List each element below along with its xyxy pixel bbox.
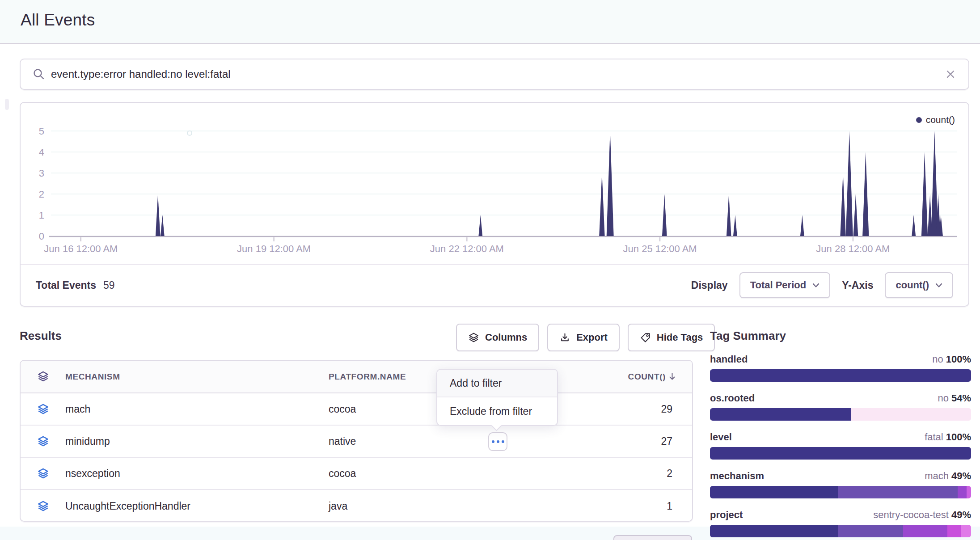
ellipsis-dot xyxy=(497,440,499,443)
legend-series-dot xyxy=(916,117,922,123)
tag-bar-segment[interactable] xyxy=(710,408,851,421)
columns-button-label: Columns xyxy=(485,332,527,343)
tag-value-percent: 49% xyxy=(951,470,971,481)
tag-bar-segment[interactable] xyxy=(710,525,838,537)
tag-value-percent: 100% xyxy=(946,354,971,365)
pagination-buttons[interactable] xyxy=(613,535,692,540)
tag-top-value: no100% xyxy=(932,354,971,365)
tag-distribution-bar[interactable] xyxy=(710,447,971,460)
tag-top-value: fatal100% xyxy=(925,431,971,443)
stack-icon[interactable] xyxy=(21,500,65,512)
tag-bar-segment[interactable] xyxy=(838,525,903,537)
svg-text:1: 1 xyxy=(39,210,44,221)
display-select-value: Total Period xyxy=(750,279,807,291)
tag-bar-segment[interactable] xyxy=(710,486,838,498)
results-toolbar: Columns Export Hide Tags xyxy=(456,324,715,351)
cell-mechanism[interactable]: nsexception xyxy=(65,468,329,480)
tag-distribution-bar[interactable] xyxy=(710,408,971,421)
tag-bar-segment[interactable] xyxy=(903,525,947,537)
tag-top-value: mach49% xyxy=(925,470,971,482)
svg-text:Jun 25 12:00 AM: Jun 25 12:00 AM xyxy=(623,243,697,254)
y-axis-select-value: count() xyxy=(896,279,929,291)
tag-summary-title: Tag Summary xyxy=(710,329,971,343)
tag-name: handled xyxy=(710,354,748,365)
tag-value-percent: 54% xyxy=(951,392,971,404)
stack-icon[interactable] xyxy=(21,403,65,415)
tag-summary-item: mechanism mach49% xyxy=(710,470,971,498)
tag-value-text: no xyxy=(938,392,948,404)
columns-button[interactable]: Columns xyxy=(456,324,539,351)
tag-name: os.rooted xyxy=(710,392,755,404)
tag-bar-segment[interactable] xyxy=(851,408,971,421)
tag-icon xyxy=(640,332,651,343)
export-button-label: Export xyxy=(576,332,608,343)
svg-text:2: 2 xyxy=(39,189,44,200)
tag-distribution-bar[interactable] xyxy=(710,486,971,498)
display-select[interactable]: Total Period xyxy=(739,272,831,298)
tag-summary-item: handled no100% xyxy=(710,354,971,382)
search-input[interactable] xyxy=(51,68,944,80)
tag-bar-segment[interactable] xyxy=(958,486,967,498)
tag-value-percent: 49% xyxy=(951,509,971,520)
chart-footer: Total Events 59 Display Total Period Y-A… xyxy=(21,264,968,306)
tag-bar-segment[interactable] xyxy=(961,525,971,537)
layers-icon[interactable] xyxy=(21,371,65,383)
table-row[interactable]: mach cocoa 29 xyxy=(21,393,692,426)
tag-distribution-bar[interactable] xyxy=(710,525,971,537)
chevron-down-icon xyxy=(935,283,942,288)
tag-summary-panel: Tag Summary handled no100% os.rooted no5… xyxy=(710,329,971,537)
total-events-value: 59 xyxy=(103,279,115,291)
sort-desc-icon xyxy=(668,372,676,381)
tag-value-text: no xyxy=(932,354,943,365)
y-axis-select[interactable]: count() xyxy=(885,272,953,298)
cell-platform[interactable]: java xyxy=(329,500,616,512)
drag-handle-icon xyxy=(5,99,9,110)
export-button[interactable]: Export xyxy=(547,324,620,351)
cell-count[interactable]: 1 xyxy=(616,500,692,512)
cell-platform[interactable]: cocoa xyxy=(329,468,616,480)
tag-value-percent: 100% xyxy=(946,431,971,443)
stack-icon[interactable] xyxy=(21,468,65,480)
events-chart-card: 012345Jun 16 12:00 AMJun 19 12:00 AMJun … xyxy=(20,102,969,307)
download-icon xyxy=(559,332,570,343)
table-row[interactable]: nsexception cocoa 2 xyxy=(21,458,692,490)
column-header-count-label: COUNT() xyxy=(628,372,666,382)
tag-bar-segment[interactable] xyxy=(967,486,971,498)
page-title: All Events xyxy=(21,11,95,30)
results-title: Results xyxy=(20,329,62,343)
cell-count[interactable]: 27 xyxy=(616,435,692,447)
tag-name: mechanism xyxy=(710,470,764,482)
svg-text:3: 3 xyxy=(39,168,44,179)
cell-count[interactable]: 2 xyxy=(616,468,692,480)
clear-search-icon[interactable] xyxy=(944,68,957,80)
cell-mechanism[interactable]: minidump xyxy=(65,435,329,447)
results-table: MECHANISM PLATFORM.NAME COUNT() mach coc… xyxy=(20,360,693,522)
tag-bar-segment[interactable] xyxy=(947,525,960,537)
cell-mechanism[interactable]: UncaughtExceptionHandler xyxy=(65,500,329,512)
hide-tags-button[interactable]: Hide Tags xyxy=(628,324,715,351)
column-header-mechanism[interactable]: MECHANISM xyxy=(65,372,329,382)
tag-top-value: no54% xyxy=(938,392,971,404)
tag-value-text: fatal xyxy=(925,431,943,443)
all-events-page: All Events 012345Jun 16 12:00 AMJun 19 1… xyxy=(0,0,980,540)
menu-item-add-to-filter[interactable]: Add to filter xyxy=(437,370,557,397)
table-row[interactable]: minidump native 27 xyxy=(21,426,692,458)
chevron-down-icon xyxy=(812,283,819,288)
tag-bar-segment[interactable] xyxy=(838,486,958,498)
hide-tags-button-label: Hide Tags xyxy=(657,332,703,343)
tag-bar-segment[interactable] xyxy=(710,369,971,382)
tag-bar-segment[interactable] xyxy=(710,447,971,460)
cell-count[interactable]: 29 xyxy=(616,403,692,415)
cell-platform[interactable]: native xyxy=(329,435,616,447)
stack-icon[interactable] xyxy=(21,435,65,447)
table-row[interactable]: UncaughtExceptionHandler java 1 xyxy=(21,490,692,522)
tag-distribution-bar[interactable] xyxy=(710,369,971,382)
tag-summary-item: os.rooted no54% xyxy=(710,392,971,421)
tag-summary-item: level fatal100% xyxy=(710,431,971,460)
cell-actions-button[interactable] xyxy=(488,432,507,451)
column-header-count[interactable]: COUNT() xyxy=(616,372,692,382)
chart-legend[interactable]: count() xyxy=(916,114,955,125)
display-label: Display xyxy=(691,279,728,291)
cell-mechanism[interactable]: mach xyxy=(65,403,329,415)
tag-top-value: sentry-cocoa-test49% xyxy=(873,509,971,521)
